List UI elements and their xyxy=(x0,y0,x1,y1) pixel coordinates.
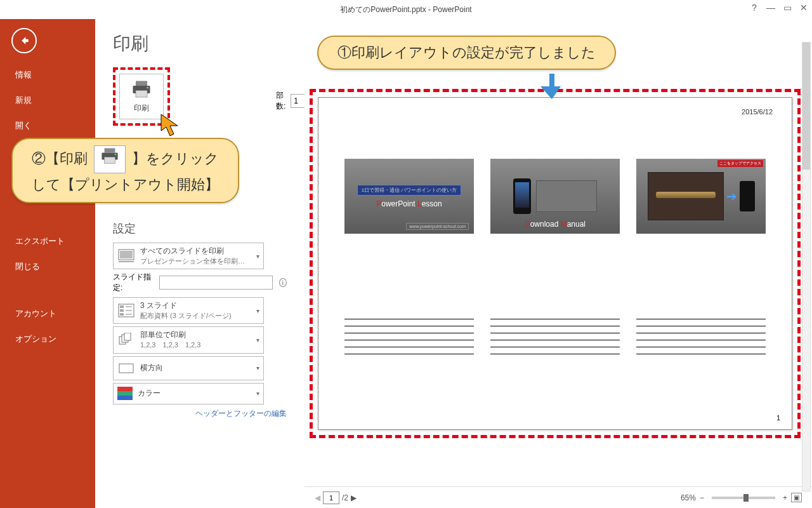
fit-page-button[interactable]: ▣ xyxy=(791,493,802,502)
svg-point-3 xyxy=(147,86,148,88)
window-controls: ? — ▭ ✕ xyxy=(750,3,808,13)
page-date: 2015/6/12 xyxy=(337,108,773,116)
dropdown-print-range[interactable]: すべてのスライドを印刷 プレゼンテーション全体を印刷… ▾ xyxy=(113,243,264,269)
copies-label: 部数: xyxy=(276,90,285,112)
zoom-label: 65% xyxy=(681,493,696,502)
svg-rect-17 xyxy=(119,364,133,373)
svg-rect-5 xyxy=(120,251,133,258)
back-button[interactable] xyxy=(11,28,37,53)
svg-rect-20 xyxy=(117,396,133,400)
nav-info[interactable]: 情報 xyxy=(0,62,95,88)
printer-icon xyxy=(94,145,126,173)
slides-icon xyxy=(117,247,135,265)
settings-heading: 設定 xyxy=(113,221,287,236)
notes-lines-3 xyxy=(636,312,766,361)
zoom-out-button[interactable]: − xyxy=(700,493,704,502)
print-panel: 印刷 印刷 部数: ▲▼ 設 xyxy=(95,19,304,508)
dd-layout-title: 3 スライド xyxy=(140,300,251,311)
svg-rect-6 xyxy=(119,261,134,262)
slide-thumb-1: 1日で習得・通信 パワーポイントの使い方 PowerPoint Lesson w… xyxy=(344,159,474,234)
svg-rect-8 xyxy=(120,305,124,308)
chevron-down-icon: ▾ xyxy=(256,337,259,344)
close-icon[interactable]: ✕ xyxy=(799,3,808,13)
header-footer-link[interactable]: ヘッダーとフッターの編集 xyxy=(113,408,287,419)
minimize-icon[interactable]: — xyxy=(766,3,775,13)
landscape-icon xyxy=(117,359,135,377)
slide-spec-label: スライド指定: xyxy=(113,272,153,293)
nav-account[interactable]: アカウント xyxy=(0,301,95,326)
annotation-callout-1: ①印刷レイアウトの設定が完了しました xyxy=(317,36,616,70)
titlebar: 初めてのPowerPoint.pptx - PowerPoint ? — ▭ ✕ xyxy=(0,0,812,19)
preview-footer: ◀ /2 ▶ 65% − + ▣ xyxy=(304,486,812,508)
collate-icon xyxy=(117,331,135,349)
chevron-down-icon: ▾ xyxy=(256,390,259,397)
notes-lines-2 xyxy=(490,312,620,361)
dd-range-title: すべてのスライドを印刷 xyxy=(140,246,251,257)
cursor-icon xyxy=(160,113,181,140)
info-icon[interactable]: i xyxy=(279,278,287,287)
svg-rect-21 xyxy=(105,148,115,152)
nav-export[interactable]: エクスポート xyxy=(0,229,95,254)
slide-spec-row: スライド指定: i xyxy=(113,272,287,293)
dd-collate-sub: 1,2,3 1,2,3 1,2,3 xyxy=(140,340,251,350)
dd-color-label: カラー xyxy=(138,388,251,399)
handout-icon xyxy=(117,302,135,319)
dropdown-color[interactable]: カラー ▾ xyxy=(113,383,264,404)
help-icon[interactable]: ? xyxy=(750,3,759,13)
svg-rect-10 xyxy=(120,313,124,316)
svg-rect-2 xyxy=(136,90,147,97)
vertical-scrollbar[interactable] xyxy=(802,42,811,491)
svg-rect-19 xyxy=(117,391,133,396)
page-total: /2 xyxy=(342,493,348,502)
annotation-callout-2: ②【印刷 】をクリック して【プリントアウト開始】 xyxy=(11,138,239,203)
window-title: 初めてのPowerPoint.pptx - PowerPoint xyxy=(340,4,471,15)
arrow-left-icon xyxy=(18,35,30,46)
dropdown-orientation[interactable]: 横方向 ▾ xyxy=(113,356,264,380)
svg-rect-18 xyxy=(117,387,133,391)
dd-layout-sub: 配布資料 (3 スライド/ページ) xyxy=(140,311,251,321)
nav-open[interactable]: 開く xyxy=(0,113,95,138)
zoom-in-button[interactable]: + xyxy=(783,493,787,502)
page-number: 1 xyxy=(776,414,780,422)
page-input[interactable] xyxy=(323,491,339,504)
svg-rect-9 xyxy=(120,309,124,312)
chevron-down-icon: ▾ xyxy=(256,364,259,371)
backstage-sidebar: 情報 新規 開く 上書き保存 エクスポート 閉じる アカウント オプション xyxy=(0,19,95,508)
svg-rect-16 xyxy=(124,333,131,340)
print-button-label: 印刷 xyxy=(134,103,149,114)
printer-icon xyxy=(129,80,154,99)
nav-new[interactable]: 新規 xyxy=(0,88,95,113)
notes-lines-1 xyxy=(344,312,474,361)
chevron-down-icon: ▾ xyxy=(256,307,259,314)
dropdown-collate[interactable]: 部単位で印刷 1,2,3 1,2,3 1,2,3 ▾ xyxy=(113,326,264,353)
dd-range-sub: プレゼンテーション全体を印刷… xyxy=(140,257,251,266)
next-page-button[interactable]: ▶ xyxy=(351,493,357,502)
color-swatch-icon xyxy=(117,387,133,401)
dd-orientation-label: 横方向 xyxy=(140,363,251,373)
nav-options[interactable]: オプション xyxy=(0,326,95,352)
print-heading: 印刷 xyxy=(113,32,287,56)
svg-point-24 xyxy=(115,154,117,156)
slide-thumb-2: Download Manual xyxy=(490,159,620,234)
preview-page: 2015/6/12 1日で習得・通信 パワーポイントの使い方 PowerPoin… xyxy=(318,97,792,430)
print-button[interactable]: 印刷 xyxy=(119,74,164,119)
preview-highlight-frame: 2015/6/12 1日で習得・通信 パワーポイントの使い方 PowerPoin… xyxy=(310,89,801,438)
slide-thumb-3: ここをタップでアクセス ➔ xyxy=(636,159,766,234)
nav-close[interactable]: 閉じる xyxy=(0,254,95,279)
slide-spec-input[interactable] xyxy=(159,276,273,290)
zoom-slider[interactable] xyxy=(712,497,775,499)
restore-icon[interactable]: ▭ xyxy=(783,3,792,13)
dropdown-layout[interactable]: 3 スライド 配布資料 (3 スライド/ページ) ▾ xyxy=(113,297,264,324)
svg-rect-23 xyxy=(105,157,115,163)
annotation-arrow-icon xyxy=(540,74,563,102)
prev-page-button[interactable]: ◀ xyxy=(315,493,320,502)
svg-rect-0 xyxy=(136,81,147,86)
chevron-down-icon: ▾ xyxy=(256,253,259,260)
dd-collate-title: 部単位で印刷 xyxy=(140,330,251,340)
